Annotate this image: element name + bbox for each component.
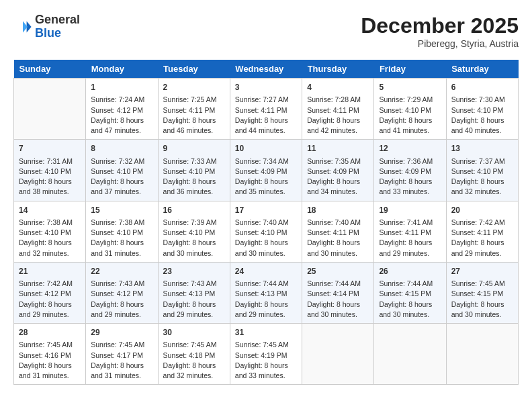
day-info: Sunrise: 7:45 AMSunset: 4:18 PMDaylight:… [163,340,225,381]
calendar-body: 1Sunrise: 7:24 AMSunset: 4:12 PMDaylight… [14,79,519,385]
calendar-header: SundayMondayTuesdayWednesdayThursdayFrid… [14,60,519,79]
title-block: December 2025 Piberegg, Styria, Austria [361,13,519,49]
day-number: 16 [163,205,225,216]
day-number: 29 [91,327,152,338]
calendar-cell: 30Sunrise: 7:45 AMSunset: 4:18 PMDayligh… [158,324,230,385]
calendar-cell: 26Sunrise: 7:44 AMSunset: 4:15 PMDayligh… [374,262,446,323]
day-info: Sunrise: 7:38 AMSunset: 4:10 PMDaylight:… [19,218,81,259]
day-number: 12 [379,143,441,154]
day-number: 6 [451,82,513,93]
calendar-cell: 2Sunrise: 7:25 AMSunset: 4:11 PMDaylight… [158,79,230,140]
day-number: 7 [19,143,81,154]
day-number: 5 [379,82,441,93]
day-info: Sunrise: 7:43 AMSunset: 4:13 PMDaylight:… [163,279,225,320]
day-number: 1 [91,82,152,93]
day-number: 27 [451,266,513,277]
calendar-cell: 13Sunrise: 7:37 AMSunset: 4:10 PMDayligh… [446,140,518,201]
calendar-cell: 9Sunrise: 7:33 AMSunset: 4:10 PMDaylight… [158,140,230,201]
calendar-cell: 8Sunrise: 7:32 AMSunset: 4:10 PMDaylight… [86,140,158,201]
day-info: Sunrise: 7:45 AMSunset: 4:17 PMDaylight:… [91,340,152,381]
calendar-cell: 27Sunrise: 7:45 AMSunset: 4:15 PMDayligh… [446,262,518,323]
day-number: 28 [19,327,81,338]
calendar-cell: 12Sunrise: 7:36 AMSunset: 4:09 PMDayligh… [374,140,446,201]
day-number: 11 [307,143,369,154]
calendar-cell: 17Sunrise: 7:40 AMSunset: 4:10 PMDayligh… [230,201,302,262]
calendar-cell: 10Sunrise: 7:34 AMSunset: 4:09 PMDayligh… [230,140,302,201]
day-info: Sunrise: 7:41 AMSunset: 4:11 PMDaylight:… [379,218,441,259]
day-info: Sunrise: 7:32 AMSunset: 4:10 PMDaylight:… [91,156,152,197]
day-number: 17 [235,205,297,216]
day-number: 18 [307,205,369,216]
day-info: Sunrise: 7:38 AMSunset: 4:10 PMDaylight:… [91,218,152,259]
calendar-row-4: 28Sunrise: 7:45 AMSunset: 4:16 PMDayligh… [14,324,519,385]
calendar-row-2: 14Sunrise: 7:38 AMSunset: 4:10 PMDayligh… [14,201,519,262]
calendar-cell: 20Sunrise: 7:42 AMSunset: 4:11 PMDayligh… [446,201,518,262]
day-info: Sunrise: 7:42 AMSunset: 4:11 PMDaylight:… [451,218,513,259]
weekday-wednesday: Wednesday [230,60,302,79]
calendar-row-0: 1Sunrise: 7:24 AMSunset: 4:12 PMDaylight… [14,79,519,140]
day-number: 2 [163,82,225,93]
calendar-cell: 1Sunrise: 7:24 AMSunset: 4:12 PMDaylight… [86,79,158,140]
calendar-cell: 31Sunrise: 7:45 AMSunset: 4:19 PMDayligh… [230,324,302,385]
calendar-cell [14,79,86,140]
calendar-cell: 4Sunrise: 7:28 AMSunset: 4:11 PMDaylight… [302,79,374,140]
day-number: 23 [163,266,225,277]
day-number: 22 [91,266,152,277]
calendar-cell: 15Sunrise: 7:38 AMSunset: 4:10 PMDayligh… [86,201,158,262]
calendar-row-1: 7Sunrise: 7:31 AMSunset: 4:10 PMDaylight… [14,140,519,201]
day-info: Sunrise: 7:25 AMSunset: 4:11 PMDaylight:… [163,95,225,136]
day-number: 20 [451,205,513,216]
calendar-cell: 21Sunrise: 7:42 AMSunset: 4:12 PMDayligh… [14,262,86,323]
logo-text: General Blue [35,13,80,40]
weekday-monday: Monday [86,60,158,79]
page-header: General Blue December 2025 Piberegg, Sty… [13,13,519,49]
day-info: Sunrise: 7:44 AMSunset: 4:13 PMDaylight:… [235,279,297,320]
month-title: December 2025 [361,13,519,38]
day-number: 25 [307,266,369,277]
calendar-cell: 3Sunrise: 7:27 AMSunset: 4:11 PMDaylight… [230,79,302,140]
day-info: Sunrise: 7:44 AMSunset: 4:14 PMDaylight:… [307,279,369,320]
day-number: 4 [307,82,369,93]
day-info: Sunrise: 7:30 AMSunset: 4:10 PMDaylight:… [451,95,513,136]
day-info: Sunrise: 7:29 AMSunset: 4:10 PMDaylight:… [379,95,441,136]
day-info: Sunrise: 7:40 AMSunset: 4:10 PMDaylight:… [235,218,297,259]
day-info: Sunrise: 7:42 AMSunset: 4:12 PMDaylight:… [19,279,81,320]
day-info: Sunrise: 7:24 AMSunset: 4:12 PMDaylight:… [91,95,152,136]
day-number: 3 [235,82,297,93]
calendar-table: SundayMondayTuesdayWednesdayThursdayFrid… [13,60,519,385]
day-info: Sunrise: 7:36 AMSunset: 4:09 PMDaylight:… [379,156,441,197]
logo-icon [13,17,32,36]
logo-blue: Blue [35,27,80,40]
calendar-cell: 25Sunrise: 7:44 AMSunset: 4:14 PMDayligh… [302,262,374,323]
day-number: 15 [91,205,152,216]
day-number: 14 [19,205,81,216]
day-info: Sunrise: 7:45 AMSunset: 4:19 PMDaylight:… [235,340,297,381]
day-info: Sunrise: 7:33 AMSunset: 4:10 PMDaylight:… [163,156,225,197]
location-subtitle: Piberegg, Styria, Austria [361,38,519,49]
day-number: 26 [379,266,441,277]
calendar-cell: 28Sunrise: 7:45 AMSunset: 4:16 PMDayligh… [14,324,86,385]
calendar-row-3: 21Sunrise: 7:42 AMSunset: 4:12 PMDayligh… [14,262,519,323]
weekday-thursday: Thursday [302,60,374,79]
day-info: Sunrise: 7:34 AMSunset: 4:09 PMDaylight:… [235,156,297,197]
day-number: 30 [163,327,225,338]
calendar-cell: 11Sunrise: 7:35 AMSunset: 4:09 PMDayligh… [302,140,374,201]
weekday-sunday: Sunday [14,60,86,79]
day-number: 9 [163,143,225,154]
day-info: Sunrise: 7:40 AMSunset: 4:11 PMDaylight:… [307,218,369,259]
day-number: 21 [19,266,81,277]
logo: General Blue [13,13,80,40]
calendar-cell: 23Sunrise: 7:43 AMSunset: 4:13 PMDayligh… [158,262,230,323]
weekday-header-row: SundayMondayTuesdayWednesdayThursdayFrid… [14,60,519,79]
day-info: Sunrise: 7:28 AMSunset: 4:11 PMDaylight:… [307,95,369,136]
day-number: 8 [91,143,152,154]
day-info: Sunrise: 7:37 AMSunset: 4:10 PMDaylight:… [451,156,513,197]
day-info: Sunrise: 7:43 AMSunset: 4:12 PMDaylight:… [91,279,152,320]
calendar-cell: 14Sunrise: 7:38 AMSunset: 4:10 PMDayligh… [14,201,86,262]
day-info: Sunrise: 7:44 AMSunset: 4:15 PMDaylight:… [379,279,441,320]
calendar-cell: 16Sunrise: 7:39 AMSunset: 4:10 PMDayligh… [158,201,230,262]
calendar-cell: 7Sunrise: 7:31 AMSunset: 4:10 PMDaylight… [14,140,86,201]
calendar-cell: 6Sunrise: 7:30 AMSunset: 4:10 PMDaylight… [446,79,518,140]
weekday-friday: Friday [374,60,446,79]
day-info: Sunrise: 7:27 AMSunset: 4:11 PMDaylight:… [235,95,297,136]
